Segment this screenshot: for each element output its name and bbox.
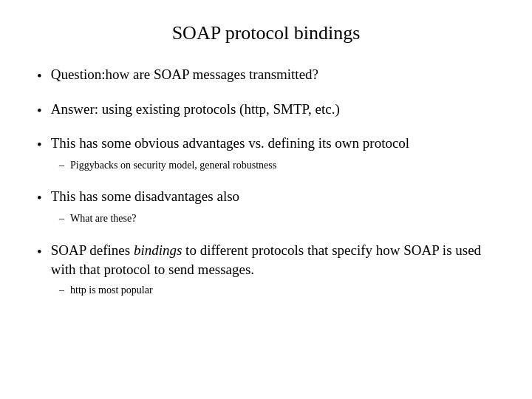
sub-bullet-text: What are these?: [70, 211, 136, 226]
list-item: • This has some obvious advantages vs. d…: [37, 134, 495, 174]
sub-bullet-list: – Piggybacks on security model, general …: [59, 158, 495, 174]
dash-symbol: –: [59, 211, 64, 226]
sub-bullet-text: Piggybacks on security model, general ro…: [70, 158, 276, 173]
bullet-dot: •: [37, 66, 42, 86]
list-item: • SOAP defines bindings to different pro…: [37, 241, 495, 299]
list-item: – What are these?: [59, 211, 495, 226]
slide: SOAP protocol bindings • Question:how ar…: [0, 0, 532, 399]
bullet-dot: •: [37, 188, 42, 208]
bullet-dot: •: [37, 242, 42, 262]
list-item: – Piggybacks on security model, general …: [59, 158, 495, 173]
bullet-text: Answer: using existing protocols (http, …: [51, 100, 495, 120]
dash-symbol: –: [59, 283, 64, 298]
list-item: • Answer: using existing protocols (http…: [37, 100, 495, 121]
bullet-list: • Question:how are SOAP messages transmi…: [37, 65, 495, 299]
text-italic: bindings: [134, 242, 182, 258]
text-before: SOAP defines: [51, 242, 134, 258]
bullet-dot: •: [37, 135, 42, 155]
list-item: – http is most popular: [59, 283, 495, 298]
list-item: • This has some disadvantages also – Wha…: [37, 187, 495, 227]
bullet-text: This has some disadvantages also: [51, 187, 495, 207]
bullet-dot: •: [37, 101, 42, 121]
sub-bullet-text: http is most popular: [70, 283, 153, 298]
bullet-text: Question:how are SOAP messages transmitt…: [51, 65, 495, 85]
dash-symbol: –: [59, 158, 64, 173]
list-item: • Question:how are SOAP messages transmi…: [37, 65, 495, 86]
sub-bullet-list: – http is most popular: [59, 283, 495, 299]
sub-bullet-list: – What are these?: [59, 211, 495, 228]
bullet-text: SOAP defines bindings to different proto…: [51, 241, 495, 280]
slide-title: SOAP protocol bindings: [37, 22, 495, 44]
bullet-text: This has some obvious advantages vs. def…: [51, 134, 495, 154]
